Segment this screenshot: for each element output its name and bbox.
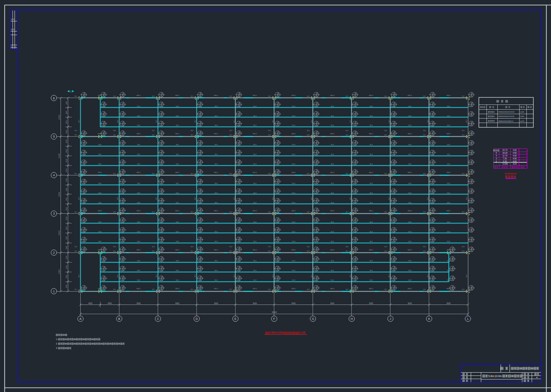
svg-text:GL1: GL1 bbox=[230, 130, 232, 131]
svg-text:3000: 3000 bbox=[65, 246, 67, 250]
svg-text:GL3: GL3 bbox=[253, 221, 257, 223]
svg-text:GL3: GL3 bbox=[253, 153, 257, 155]
svg-text:GL7: GL7 bbox=[194, 274, 196, 277]
svg-text:GL7: GL7 bbox=[155, 196, 157, 200]
svg-text:GL1: GL1 bbox=[74, 246, 77, 248]
svg-text:GKL1: GKL1 bbox=[214, 288, 218, 290]
svg-text:12000: 12000 bbox=[58, 269, 60, 274]
svg-text:GL3: GL3 bbox=[176, 260, 179, 262]
svg-text:H: H bbox=[351, 317, 353, 321]
svg-text:GL1: GL1 bbox=[346, 96, 349, 97]
svg-text:GL3: GL3 bbox=[137, 124, 141, 126]
svg-text:L: L bbox=[467, 317, 469, 321]
svg-text:GL1: GL1 bbox=[74, 250, 77, 252]
svg-text:GKL1: GKL1 bbox=[175, 94, 179, 96]
svg-text:GL1: GL1 bbox=[230, 134, 232, 136]
svg-text:GKL1: GKL1 bbox=[408, 210, 412, 212]
svg-text:GL3: GL3 bbox=[253, 163, 257, 165]
svg-text:GL3: GL3 bbox=[215, 202, 218, 204]
svg-text:GL1: GL1 bbox=[384, 289, 387, 290]
svg-text:3000: 3000 bbox=[65, 275, 67, 279]
svg-text:GL1: GL1 bbox=[462, 289, 465, 290]
svg-text:GL1: GL1 bbox=[307, 211, 310, 213]
svg-text:GL1: GL1 bbox=[74, 130, 77, 131]
svg-text:GL3: GL3 bbox=[408, 192, 412, 194]
svg-text:GL1: GL1 bbox=[346, 211, 349, 213]
svg-text:GL3: GL3 bbox=[137, 163, 141, 165]
svg-text:GL1: GL1 bbox=[268, 130, 271, 131]
svg-text:GL3: GL3 bbox=[331, 182, 334, 184]
svg-text:GL3: GL3 bbox=[176, 115, 179, 117]
svg-text:9000: 9000 bbox=[330, 302, 335, 304]
svg-text:GL1: GL1 bbox=[152, 211, 155, 213]
svg-text:GL3: GL3 bbox=[447, 231, 451, 233]
svg-text:GL3: GL3 bbox=[253, 279, 257, 281]
svg-text:GL7: GL7 bbox=[78, 274, 80, 277]
svg-text:GL3: GL3 bbox=[369, 202, 373, 204]
svg-text:12000: 12000 bbox=[58, 153, 60, 158]
svg-text:GL1: GL1 bbox=[423, 96, 426, 97]
svg-text:Q235: Q235 bbox=[520, 120, 524, 122]
svg-text:GL1: GL1 bbox=[230, 289, 232, 290]
svg-text:GL1: GL1 bbox=[74, 96, 77, 97]
svg-text:GL3: GL3 bbox=[369, 260, 373, 262]
svg-text:11.70: 11.70 bbox=[503, 154, 507, 157]
svg-text:GL1: GL1 bbox=[191, 289, 194, 290]
svg-text:GKL1: GKL1 bbox=[330, 171, 334, 173]
svg-text:GL3: GL3 bbox=[331, 221, 334, 223]
svg-text:GKL1: GKL1 bbox=[98, 288, 102, 290]
svg-text:9000: 9000 bbox=[175, 302, 180, 304]
svg-text:GL3: GL3 bbox=[215, 115, 218, 117]
svg-text:GL3: GL3 bbox=[408, 124, 412, 126]
svg-text:5: 5 bbox=[496, 152, 497, 154]
svg-text:GL3: GL3 bbox=[408, 105, 412, 107]
svg-text:GKL1: GKL1 bbox=[98, 94, 102, 96]
svg-text:GL3: GL3 bbox=[408, 260, 412, 262]
svg-text:GL3: GL3 bbox=[292, 163, 296, 165]
svg-text:GL1: GL1 bbox=[462, 250, 465, 252]
svg-text:4.50: 4.50 bbox=[513, 157, 517, 160]
svg-text:GL3: GL3 bbox=[215, 260, 218, 262]
svg-text:GL3: GL3 bbox=[369, 163, 373, 165]
svg-text:16.20: 16.20 bbox=[502, 152, 507, 154]
svg-text:GL3: GL3 bbox=[369, 153, 373, 155]
svg-text:GL1: GL1 bbox=[268, 96, 271, 97]
svg-text:GL3: GL3 bbox=[292, 153, 296, 155]
svg-text:5: 5 bbox=[53, 135, 54, 138]
svg-text:GL3: GL3 bbox=[331, 231, 334, 233]
svg-text:GL1: GL1 bbox=[346, 173, 349, 175]
svg-text:GL3: GL3 bbox=[137, 182, 141, 184]
svg-text:GL3: GL3 bbox=[137, 279, 141, 281]
svg-text:GL7: GL7 bbox=[117, 274, 119, 277]
svg-text:GKL1: GKL1 bbox=[369, 288, 374, 290]
svg-text:GL7: GL7 bbox=[272, 196, 274, 200]
svg-text:GL3: GL3 bbox=[408, 115, 412, 117]
svg-text:3000: 3000 bbox=[65, 111, 67, 115]
svg-text:GL7: GL7 bbox=[349, 119, 351, 123]
svg-text:GKL1: GKL1 bbox=[175, 171, 179, 173]
svg-text:GKL1: GKL1 bbox=[408, 133, 412, 135]
svg-text:GL1: GL1 bbox=[268, 211, 271, 213]
svg-text:GKL1: GKL1 bbox=[291, 133, 296, 135]
svg-text:GL3: GL3 bbox=[447, 182, 451, 184]
svg-text:GL3: GL3 bbox=[253, 260, 257, 262]
svg-text:GL3: GL3 bbox=[408, 182, 412, 184]
svg-text:GL3: GL3 bbox=[408, 202, 412, 204]
svg-text:F: F bbox=[273, 317, 276, 321]
svg-text:GL1: GL1 bbox=[307, 250, 310, 252]
svg-text:GL3: GL3 bbox=[215, 182, 218, 184]
svg-text:GL1: GL1 bbox=[191, 173, 194, 175]
svg-text:GL3: GL3 bbox=[408, 221, 412, 223]
svg-text:GL1: GL1 bbox=[384, 211, 387, 213]
svg-text:GL1: GL1 bbox=[462, 211, 465, 213]
svg-text:6: 6 bbox=[53, 96, 54, 100]
svg-text:GL3: GL3 bbox=[98, 182, 102, 184]
svg-text:GL3: GL3 bbox=[331, 260, 334, 262]
svg-text:GKL1: GKL1 bbox=[253, 94, 257, 96]
svg-text:GL3: GL3 bbox=[176, 221, 179, 223]
svg-text:9000: 9000 bbox=[369, 302, 374, 304]
svg-text:GL3: GL3 bbox=[98, 240, 102, 242]
svg-text:9000: 9000 bbox=[253, 302, 257, 304]
svg-text:GKL1: GKL1 bbox=[408, 171, 412, 173]
svg-text:J: J bbox=[390, 317, 391, 321]
